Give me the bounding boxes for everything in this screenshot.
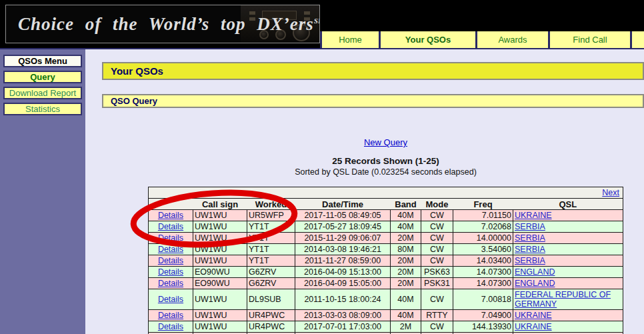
- details-cell: Details: [149, 233, 193, 244]
- content-area: QSOs Menu Query Download Report Statisti…: [0, 49, 644, 334]
- sidebar-item-download-report[interactable]: Download Report: [3, 87, 82, 99]
- qsl-country-link[interactable]: SERBIA: [515, 245, 545, 254]
- page-title: Your QSOs: [102, 62, 644, 80]
- freq-cell: 14.00000: [453, 233, 513, 244]
- qsl-country-link[interactable]: UKRAINE: [515, 311, 552, 320]
- worked-cell: YT1T: [247, 244, 295, 255]
- freq-cell: 7.00818: [453, 289, 513, 310]
- qsl-cell: UKRAINE: [513, 321, 623, 333]
- tab-awards[interactable]: Awards: [475, 31, 548, 48]
- details-cell: Details: [149, 278, 193, 289]
- details-link[interactable]: Details: [158, 211, 183, 220]
- qsl-cell: SERBIA: [513, 233, 623, 244]
- col-header-details: [149, 199, 193, 210]
- freq-cell: 144.13930: [453, 321, 513, 333]
- datetime-cell: 2016-04-09 15:13:00: [295, 267, 391, 278]
- worked-cell: DL9SUB: [247, 289, 295, 310]
- freq-cell: 14.07300: [453, 267, 513, 278]
- qso-table: Next Call sign Worked Date/Time Band Mod…: [148, 187, 623, 334]
- sidebar-title: QSOs Menu: [3, 55, 82, 67]
- qsl-cell: ENGLAND: [513, 267, 623, 278]
- band-cell: 40M: [391, 289, 421, 310]
- col-header-call-sign: Call sign: [193, 199, 247, 210]
- details-cell: Details: [149, 310, 193, 321]
- servicemark-symbol: SM: [314, 17, 320, 25]
- qsl-country-link[interactable]: FEDERAL REPUBLIC OF GERMANY: [515, 290, 611, 309]
- tab-find-call[interactable]: Find Call: [548, 31, 630, 48]
- call-sign-cell: UW1WU: [193, 310, 247, 321]
- col-header-worked: Worked: [247, 199, 295, 210]
- qso-row: DetailsUW1WUDL9SUB2011-10-15 18:00:2440M…: [149, 289, 623, 310]
- qso-table-body: DetailsUW1WUUR5WFP2017-11-05 08:49:0540M…: [149, 210, 623, 334]
- sort-status: Sorted by QSL Date (0.023254 seconds ela…: [148, 167, 623, 177]
- mode-cell: PSK31: [421, 278, 453, 289]
- qso-row: DetailsUW1WUYT1T2014-03-08 19:46:2180MCW…: [149, 244, 623, 255]
- pagination-row: Next: [149, 187, 623, 199]
- qsl-country-link[interactable]: UKRAINE: [515, 211, 552, 220]
- qsl-country-link[interactable]: ENGLAND: [515, 279, 555, 288]
- band-cell: 40M: [391, 310, 421, 321]
- worked-cell: YT1T: [247, 233, 295, 244]
- band-cell: 40M: [391, 221, 421, 233]
- mode-cell: CW: [421, 244, 453, 255]
- band-cell: 20M: [391, 233, 421, 244]
- worked-cell: G6ZRV: [247, 267, 295, 278]
- freq-cell: 14.07300: [453, 278, 513, 289]
- qso-row: DetailsUW1WUUR4PWC2017-07-01 17:03:002MC…: [149, 321, 623, 333]
- tab-home[interactable]: Home: [320, 31, 379, 48]
- sidebar-item-statistics[interactable]: Statistics: [3, 103, 82, 115]
- details-cell: Details: [149, 289, 193, 310]
- details-link[interactable]: Details: [158, 233, 183, 243]
- qsl-cell: SERBIA: [513, 255, 623, 267]
- qsl-cell: FEDERAL REPUBLIC OF GERMANY: [513, 289, 623, 310]
- results-zone: New Query 25 Records Shown (1-25) Sorted…: [148, 137, 623, 334]
- details-link[interactable]: Details: [158, 245, 183, 254]
- call-sign-cell: UW1WU: [193, 221, 247, 233]
- details-link[interactable]: Details: [158, 295, 183, 304]
- details-link[interactable]: Details: [158, 267, 183, 277]
- datetime-cell: 2015-11-29 09:06:07: [295, 233, 391, 244]
- mode-cell: CW: [421, 210, 453, 221]
- worked-cell: UR4PWC: [247, 310, 295, 321]
- freq-cell: 7.01150: [453, 210, 513, 221]
- details-link[interactable]: Details: [158, 322, 183, 331]
- datetime-cell: 2011-11-27 08:59:00: [295, 255, 391, 267]
- mode-cell: RTTY: [421, 310, 453, 321]
- band-cell: 20M: [391, 278, 421, 289]
- next-page-link[interactable]: Next: [602, 188, 619, 197]
- qsl-country-link[interactable]: SERBIA: [515, 233, 545, 243]
- qsl-cell: UKRAINE: [513, 310, 623, 321]
- worked-cell: UR5WFP: [247, 210, 295, 221]
- details-link[interactable]: Details: [158, 222, 183, 231]
- qsl-cell: ENGLAND: [513, 278, 623, 289]
- sidebar-item-query[interactable]: Query: [3, 71, 82, 83]
- qso-row: DetailsEO90WUG6ZRV2016-04-09 15:05:0020M…: [149, 278, 623, 289]
- mode-cell: CW: [421, 221, 453, 233]
- main-panel: Your QSOs QSO Query New Query 25 Records…: [85, 49, 644, 334]
- qsl-cell: UKRAINE: [513, 210, 623, 221]
- band-cell: 40M: [391, 210, 421, 221]
- tab-your-qsos[interactable]: Your QSOs: [379, 31, 475, 48]
- qsl-country-link[interactable]: SERBIA: [515, 222, 545, 231]
- call-sign-cell: EO90WU: [193, 267, 247, 278]
- worked-cell: YT1T: [247, 221, 295, 233]
- header-strip: Choice of the World’s top DX’ersSM Home …: [0, 0, 644, 49]
- tab-partial-cropped[interactable]: [630, 31, 644, 48]
- band-cell: 20M: [391, 255, 421, 267]
- new-query-link[interactable]: New Query: [364, 137, 407, 147]
- call-sign-cell: UW1WU: [193, 244, 247, 255]
- qsl-country-link[interactable]: ENGLAND: [515, 267, 555, 277]
- qso-row: DetailsUW1WUYT1T2017-05-27 18:09:4540MCW…: [149, 221, 623, 233]
- qsl-country-link[interactable]: UKRAINE: [515, 322, 552, 331]
- mode-cell: PSK63: [421, 267, 453, 278]
- banner-slogan-text: Choice of the World’s top DX’ers: [18, 14, 314, 34]
- details-link[interactable]: Details: [158, 311, 183, 320]
- section-title-qso-query: QSO Query: [102, 94, 644, 108]
- freq-cell: 7.04900: [453, 310, 513, 321]
- details-cell: Details: [149, 210, 193, 221]
- site-banner: Choice of the World’s top DX’ersSM: [5, 5, 320, 43]
- banner-slogan: Choice of the World’s top DX’ersSM: [18, 14, 320, 35]
- details-link[interactable]: Details: [158, 279, 183, 288]
- qsl-country-link[interactable]: SERBIA: [515, 256, 545, 265]
- details-link[interactable]: Details: [158, 256, 183, 265]
